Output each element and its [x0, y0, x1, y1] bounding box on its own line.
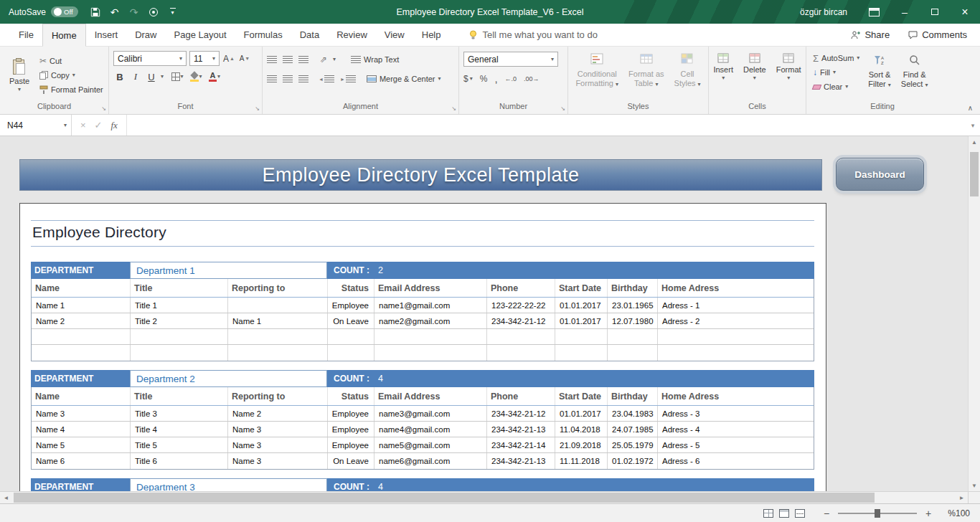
table-cell[interactable]: name6@gmail.com — [374, 453, 487, 469]
zoom-level[interactable]: %100 — [943, 508, 970, 518]
view-page-break-button[interactable] — [792, 506, 808, 521]
column-header[interactable]: Name — [32, 279, 131, 297]
scroll-left-icon[interactable]: ◄ — [0, 492, 12, 503]
table-cell[interactable]: Title 4 — [131, 422, 228, 437]
table-cell[interactable] — [228, 345, 328, 361]
horizontal-scroll-track[interactable] — [12, 492, 956, 503]
fill-color-button[interactable]: ▾ — [189, 70, 202, 84]
table-cell[interactable]: 123-222-22-22 — [487, 298, 555, 313]
table-cell[interactable] — [131, 329, 228, 344]
formula-bar-expand-icon[interactable]: ▾ — [966, 115, 980, 136]
column-header[interactable]: Status — [328, 387, 374, 405]
autosum-button[interactable]: Σ AutoSum ▾ — [809, 51, 863, 65]
maximize-button[interactable] — [920, 0, 950, 24]
format-as-table-button[interactable]: Format as Table ▾ — [623, 49, 669, 102]
column-header[interactable]: Start Date — [555, 387, 608, 405]
increase-decimal-button[interactable]: ←.0 — [505, 75, 517, 82]
table-cell[interactable] — [228, 329, 328, 344]
underline-button[interactable]: U — [145, 70, 158, 84]
table-cell[interactable]: 21.09.2018 — [555, 437, 608, 452]
font-color-button[interactable]: A▾ — [208, 70, 221, 84]
vertical-scrollbar[interactable]: ▲ ▼ — [968, 136, 980, 491]
scroll-up-icon[interactable]: ▲ — [969, 136, 980, 148]
ribbon-display-options-icon[interactable] — [869, 8, 880, 16]
clear-button[interactable]: Clear ▾ — [809, 80, 863, 94]
tab-help[interactable]: Help — [413, 24, 450, 47]
user-name[interactable]: özgür bircan — [800, 7, 847, 17]
table-cell[interactable]: Name 4 — [32, 422, 131, 437]
table-cell[interactable]: Name 3 — [228, 422, 328, 437]
column-header[interactable]: Email Address — [374, 387, 487, 405]
increase-indent-button[interactable]: ► — [340, 72, 356, 86]
redo-button[interactable]: ↷ — [124, 0, 143, 24]
tab-page-layout[interactable]: Page Layout — [166, 24, 235, 47]
table-cell[interactable] — [374, 345, 487, 361]
sort-filter-button[interactable]: AZ Sort & Filter ▾ — [863, 51, 896, 102]
dialog-launcher-icon[interactable]: ↘ — [451, 106, 456, 112]
table-cell[interactable] — [328, 345, 374, 361]
view-page-layout-button[interactable] — [776, 506, 792, 521]
align-center-icon[interactable] — [283, 75, 293, 82]
table-cell[interactable] — [487, 329, 555, 344]
table-cell[interactable]: Adress - 5 — [658, 437, 814, 452]
zoom-slider-thumb[interactable] — [875, 509, 880, 518]
align-left-icon[interactable] — [267, 75, 277, 82]
decrease-decimal-button[interactable]: .00→ — [524, 75, 540, 82]
table-cell[interactable] — [32, 329, 131, 344]
dashboard-button[interactable]: Dashboard — [836, 158, 924, 191]
autosave-toggle[interactable]: Off — [51, 6, 78, 17]
column-header[interactable]: Birthday — [608, 279, 658, 297]
table-cell[interactable]: Name 3 — [32, 406, 131, 421]
column-header[interactable]: Phone — [487, 279, 555, 297]
tab-home[interactable]: Home — [42, 24, 86, 47]
horizontal-scroll-thumb[interactable] — [14, 493, 875, 503]
minimize-button[interactable]: – — [890, 0, 920, 24]
table-cell[interactable]: Name 1 — [228, 313, 328, 328]
align-top-icon[interactable] — [267, 56, 277, 63]
table-cell[interactable]: 234-342-21-13 — [487, 422, 555, 437]
table-cell[interactable] — [555, 345, 608, 361]
table-cell[interactable]: name5@gmail.com — [374, 437, 487, 452]
tab-draw[interactable]: Draw — [126, 24, 165, 47]
table-cell[interactable]: 01.01.2017 — [555, 313, 608, 328]
table-cell[interactable]: 11.04.2018 — [555, 422, 608, 437]
table-cell[interactable] — [608, 345, 658, 361]
touch-mode-button[interactable] — [143, 0, 163, 24]
cell-styles-button[interactable]: Cell Styles ▾ — [669, 49, 706, 102]
conditional-formatting-button[interactable]: Conditional Formatting ▾ — [570, 49, 623, 102]
table-cell[interactable]: Name 6 — [32, 453, 131, 469]
format-cells-button[interactable]: Format ▾ — [771, 49, 806, 102]
table-cell[interactable]: 23.04.1983 — [608, 406, 658, 421]
accounting-format-button[interactable]: $▾ — [463, 74, 473, 84]
table-cell[interactable]: 25.05.1979 — [608, 437, 658, 452]
percent-style-button[interactable]: % — [480, 74, 488, 84]
table-cell[interactable]: Employee — [328, 437, 374, 452]
column-header[interactable]: Start Date — [555, 279, 608, 297]
italic-button[interactable]: I — [129, 70, 142, 84]
column-header[interactable]: Title — [131, 387, 228, 405]
tab-review[interactable]: Review — [328, 24, 376, 47]
table-cell[interactable]: Adress - 4 — [658, 422, 814, 437]
table-cell[interactable]: Adress - 2 — [658, 313, 814, 328]
zoom-in-button[interactable]: + — [923, 508, 934, 519]
cut-button[interactable]: ✂ Cut — [36, 54, 107, 68]
comments-button[interactable]: Comments — [908, 29, 967, 40]
department-name-cell[interactable]: Department 3 — [130, 478, 327, 491]
horizontal-scrollbar[interactable]: ◄ ► — [0, 491, 980, 503]
align-right-icon[interactable] — [298, 75, 308, 82]
table-cell[interactable]: 11.11.2018 — [555, 453, 608, 469]
orientation-icon[interactable]: ⇗ — [320, 54, 327, 65]
table-cell[interactable]: Adress - 6 — [658, 453, 814, 469]
scroll-down-icon[interactable]: ▼ — [969, 480, 980, 491]
tab-insert[interactable]: Insert — [86, 24, 127, 47]
table-cell[interactable]: Title 2 — [131, 313, 228, 328]
table-cell[interactable]: Name 2 — [32, 313, 131, 328]
table-cell[interactable]: Title 6 — [131, 453, 228, 469]
table-cell[interactable]: name3@gmail.com — [374, 406, 487, 421]
format-painter-button[interactable]: Format Painter — [36, 82, 107, 97]
table-cell[interactable]: Employee — [328, 406, 374, 421]
table-cell[interactable]: Name 1 — [32, 298, 131, 313]
cancel-icon[interactable]: × — [80, 120, 86, 130]
collapse-ribbon-icon[interactable]: ∧ — [968, 104, 973, 112]
table-cell[interactable]: On Leave — [328, 453, 374, 469]
